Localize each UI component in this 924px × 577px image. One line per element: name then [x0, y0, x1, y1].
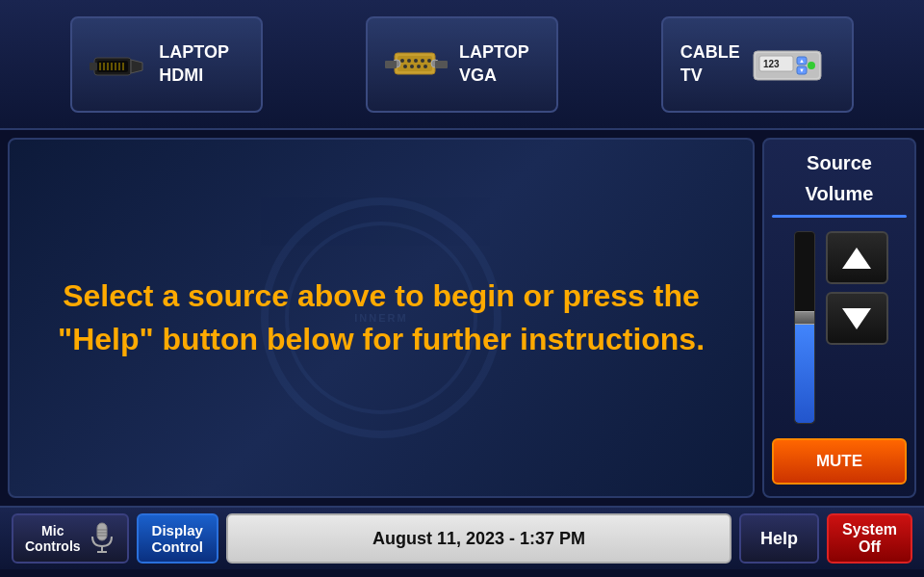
svg-point-17 [403, 65, 407, 68]
mute-button[interactable]: MUTE [772, 438, 907, 485]
volume-controls [772, 227, 907, 427]
svg-point-19 [417, 65, 421, 68]
cable-tv-label: CABLE TV [680, 41, 740, 87]
mic-controls-button[interactable]: Mic Controls [12, 513, 129, 564]
laptop-hdmi-button[interactable]: LAPTOP HDMI [70, 16, 263, 113]
svg-point-16 [427, 59, 431, 63]
volume-title-line1: Source [807, 151, 872, 174]
system-off-button[interactable]: System Off [827, 513, 912, 564]
arrow-up-icon [842, 248, 871, 269]
vga-icon [385, 41, 448, 88]
svg-rect-8 [118, 63, 120, 70]
svg-rect-9 [122, 63, 124, 70]
svg-text:▼: ▼ [799, 67, 805, 73]
source-bar: LAPTOP HDMI [0, 0, 924, 130]
volume-panel: Source Volume MUTE [762, 138, 916, 498]
volume-fill [795, 318, 814, 423]
svg-rect-23 [385, 61, 397, 68]
laptop-hdmi-label: LAPTOP HDMI [159, 41, 229, 87]
svg-rect-4 [103, 63, 105, 70]
volume-knob[interactable] [794, 311, 815, 325]
instruction-text: Select a source above to begin or press … [10, 255, 753, 380]
svg-rect-24 [435, 61, 448, 68]
svg-point-12 [400, 59, 404, 63]
svg-rect-7 [115, 63, 116, 70]
volume-title-line2: Volume [806, 182, 874, 205]
svg-rect-5 [107, 63, 109, 70]
svg-point-18 [410, 65, 414, 68]
help-button[interactable]: Help [739, 513, 819, 564]
svg-rect-3 [99, 63, 101, 70]
volume-slider[interactable] [791, 231, 818, 424]
cable-tv-button[interactable]: CABLE TV 123 ▲ ▼ [661, 16, 854, 113]
volume-up-button[interactable] [826, 231, 888, 284]
svg-rect-34 [97, 523, 107, 540]
main-area: INNERM Select a source above to begin or… [0, 130, 924, 506]
volume-down-button[interactable] [826, 292, 888, 345]
svg-point-14 [414, 59, 418, 63]
svg-text:▲: ▲ [799, 58, 805, 64]
mic-labels: Mic Controls [25, 523, 81, 554]
display-control-button[interactable]: Display Control [137, 513, 218, 564]
mic-icon [89, 521, 116, 556]
cable-tv-icon: 123 ▲ ▼ [752, 41, 824, 88]
bottom-bar: Mic Controls Display Control [0, 506, 924, 569]
svg-point-33 [808, 62, 815, 69]
svg-rect-2 [90, 63, 97, 70]
datetime-display: August 11, 2023 - 1:37 PM [226, 513, 732, 564]
content-area: INNERM Select a source above to begin or… [8, 138, 755, 498]
svg-text:123: 123 [763, 59, 780, 69]
svg-point-13 [407, 59, 411, 63]
svg-point-15 [421, 59, 424, 63]
laptop-vga-button[interactable]: LAPTOP VGA [366, 16, 558, 113]
svg-point-20 [424, 65, 427, 68]
volume-buttons [826, 231, 888, 345]
svg-rect-6 [111, 63, 113, 70]
svg-rect-11 [398, 56, 432, 71]
datetime-text: August 11, 2023 - 1:37 PM [372, 529, 585, 549]
hdmi-icon [90, 40, 147, 89]
volume-divider [772, 215, 907, 218]
volume-track [794, 231, 815, 424]
laptop-vga-label: LAPTOP VGA [459, 41, 529, 87]
arrow-down-icon [842, 308, 871, 329]
